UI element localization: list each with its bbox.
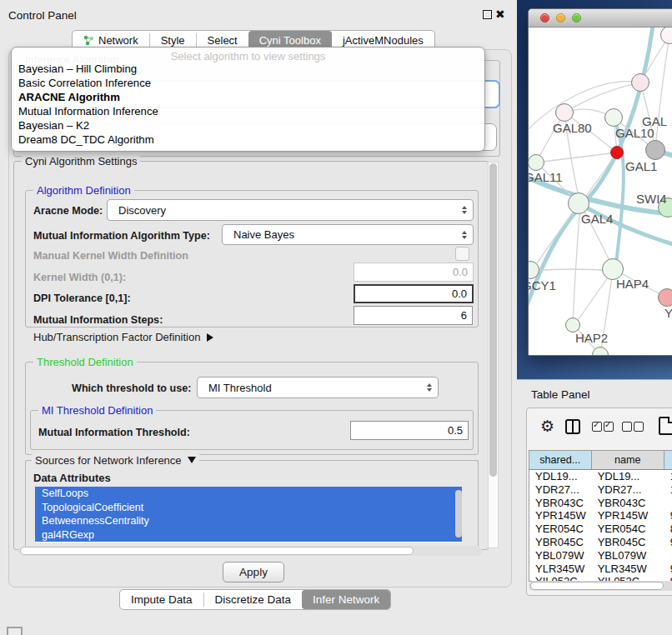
dpi-tolerance-input[interactable]: 0.0 xyxy=(354,284,474,303)
table-cell: YDR27... xyxy=(592,483,664,497)
attribute-item[interactable]: TopologicalCoefficient xyxy=(35,501,462,515)
table-cell: YDL19... xyxy=(592,470,664,483)
which-threshold-combobox[interactable]: MI Threshold xyxy=(197,377,439,398)
stepper-icon xyxy=(462,206,467,214)
right-region: GALGAL80GAL10GAL1GAL11SWI4GAL4GCY1HAP4YH… xyxy=(517,0,672,635)
table-row[interactable]: YPR145WYPR145W9. xyxy=(529,509,672,522)
settings-hscrollbar-thumb[interactable] xyxy=(20,547,414,555)
dropdown-item[interactable]: Basic Correlation Inference xyxy=(12,77,484,91)
dpi-tolerance-label: DPI Tolerance [0,1]: xyxy=(33,292,131,304)
table-cell: YIL052C xyxy=(529,575,592,581)
settings-scrollbar-thumb[interactable] xyxy=(489,163,497,477)
column-header[interactable]: name xyxy=(592,451,664,469)
close-traffic-light-icon[interactable] xyxy=(540,13,549,22)
aracne-mode-combobox[interactable]: Discovery xyxy=(107,199,474,221)
column-header[interactable]: A xyxy=(664,451,672,469)
expand-right-icon xyxy=(207,333,213,342)
node-gal10[interactable] xyxy=(604,108,623,127)
close-icon[interactable]: ✖ xyxy=(495,8,505,21)
table-cell: 9. xyxy=(664,562,672,576)
node-gal11[interactable] xyxy=(529,154,544,171)
unchecked-checkbox-icon[interactable] xyxy=(622,422,632,432)
node-label: GAL4 xyxy=(581,212,613,226)
kernel-width-label: Kernel Width (0,1): xyxy=(33,272,126,283)
table-row[interactable]: YBR043CYBR043C xyxy=(529,497,672,510)
tab-impute-data[interactable]: Impute Data xyxy=(120,590,203,609)
zoom-traffic-light-icon[interactable] xyxy=(572,13,581,22)
gear-icon[interactable]: ⚙ xyxy=(540,417,554,436)
dropdown-item[interactable]: ARACNE Algorithm xyxy=(12,91,484,105)
float-window-icon[interactable] xyxy=(483,10,492,19)
table-row[interactable]: YDR27...YDR27...12 xyxy=(529,483,672,497)
dropdown-item[interactable]: Bayesian – Hill Climbing xyxy=(12,62,484,77)
table-cell: 8. xyxy=(664,522,672,536)
table-cell: YBL079W xyxy=(592,549,664,562)
node-label: SWI4 xyxy=(636,192,667,206)
node-label: HAP2 xyxy=(575,331,608,345)
dropdown-item[interactable]: Dream8 DC_TDC Algorithm xyxy=(12,133,484,148)
unchecked-checkbox-icon[interactable] xyxy=(634,422,644,432)
network-window-titlebar[interactable] xyxy=(529,9,672,28)
table-cell: YBL079W xyxy=(529,549,592,562)
dropdown-item[interactable]: Mutual Information Inference xyxy=(12,105,484,119)
table-cell: YDR27... xyxy=(529,483,592,497)
network-view-window[interactable]: GALGAL80GAL10GAL1GAL11SWI4GAL4GCY1HAP4YH… xyxy=(528,8,672,356)
tab-infer-network[interactable]: Infer Network xyxy=(302,590,390,609)
kernel-width-input[interactable]: 0.0 xyxy=(354,262,474,282)
table-hscrollbar[interactable] xyxy=(529,581,672,591)
mi-steps-input[interactable]: 6 xyxy=(354,306,473,325)
table-row[interactable]: YBR045CYBR045C9. xyxy=(529,536,672,549)
mi-threshold-label: Mutual Information Threshold: xyxy=(38,427,190,438)
node-gal80[interactable] xyxy=(555,103,574,122)
table-panel: Table Panel ⚙ ✓ ✓ shared...nameA YDL19..… xyxy=(517,379,672,635)
attribute-item[interactable]: SelfLoops xyxy=(35,487,462,501)
mi-steps-label: Mutual Information Steps: xyxy=(33,314,163,326)
columns-icon[interactable] xyxy=(565,419,580,434)
table-cell: 9 xyxy=(664,575,672,581)
table-row[interactable]: YIL052CYIL052C9 xyxy=(529,575,672,581)
mi-threshold-input[interactable]: 0.5 xyxy=(350,421,469,440)
attribute-item[interactable]: gal4RGexp xyxy=(35,528,462,542)
mi-type-combobox[interactable]: Naive Bayes xyxy=(222,224,474,245)
checked-checkbox-icon[interactable]: ✓ xyxy=(592,422,602,432)
which-threshold-label: Which threshold to use: xyxy=(72,382,191,394)
dropdown-item[interactable]: Bayesian – K2 xyxy=(12,119,484,133)
sources-legend[interactable]: Sources for Network Inference xyxy=(32,454,199,467)
checked-checkbox-icon[interactable]: ✓ xyxy=(604,422,614,432)
settings-scrollbar[interactable] xyxy=(488,162,499,548)
node-label: HAP4 xyxy=(616,277,649,291)
apply-button[interactable]: Apply xyxy=(223,562,284,582)
stepper-icon xyxy=(462,231,467,239)
node-y[interactable] xyxy=(658,288,672,307)
control-panel-title: Control Panel xyxy=(8,9,77,22)
table-cell: YBR043C xyxy=(529,497,592,510)
mi-type-label: Mutual Information Algorithm Type: xyxy=(33,230,210,242)
minimize-traffic-light-icon[interactable] xyxy=(556,13,565,22)
node-gal1[interactable] xyxy=(610,146,624,159)
table-cell xyxy=(664,549,672,562)
table-row[interactable]: YLR345WYLR345W9. xyxy=(529,562,672,576)
column-header[interactable]: shared... xyxy=(529,451,592,469)
new-table-icon[interactable] xyxy=(659,417,672,435)
settings-hscrollbar[interactable] xyxy=(18,546,482,556)
table-cell: YPR145W xyxy=(592,509,664,522)
node-gal[interactable] xyxy=(631,73,649,92)
table-cell: YLR345W xyxy=(529,562,592,576)
table-cell: YER054C xyxy=(529,522,592,536)
table-row[interactable]: YDL19...YDL19...13 xyxy=(529,470,672,483)
table-cell xyxy=(664,497,672,510)
node[interactable] xyxy=(645,140,665,160)
hub-section-toggle[interactable]: Hub/Transcription Factor Definition xyxy=(33,331,213,343)
data-attributes-list[interactable]: SelfLoopsTopologicalCoefficientBetweenne… xyxy=(35,487,462,542)
attribute-item[interactable]: BetweennessCentrality xyxy=(35,514,462,528)
network-canvas[interactable]: GALGAL80GAL10GAL1GAL11SWI4GAL4GCY1HAP4YH… xyxy=(529,28,672,355)
table-row[interactable]: YER054CYER054C8. xyxy=(529,522,672,536)
data-attributes-label: Data Attributes xyxy=(33,472,111,484)
aracne-mode-label: Aracne Mode: xyxy=(33,205,103,217)
table-row[interactable]: YBL079WYBL079W xyxy=(529,549,672,562)
manual-kernel-checkbox[interactable] xyxy=(455,247,469,261)
attributes-scrollbar-thumb[interactable] xyxy=(455,490,462,538)
tab-discretize-data[interactable]: Discretize Data xyxy=(204,590,303,609)
table-hscrollbar-thumb[interactable] xyxy=(530,582,664,590)
panel-grip-icon[interactable] xyxy=(7,627,23,635)
